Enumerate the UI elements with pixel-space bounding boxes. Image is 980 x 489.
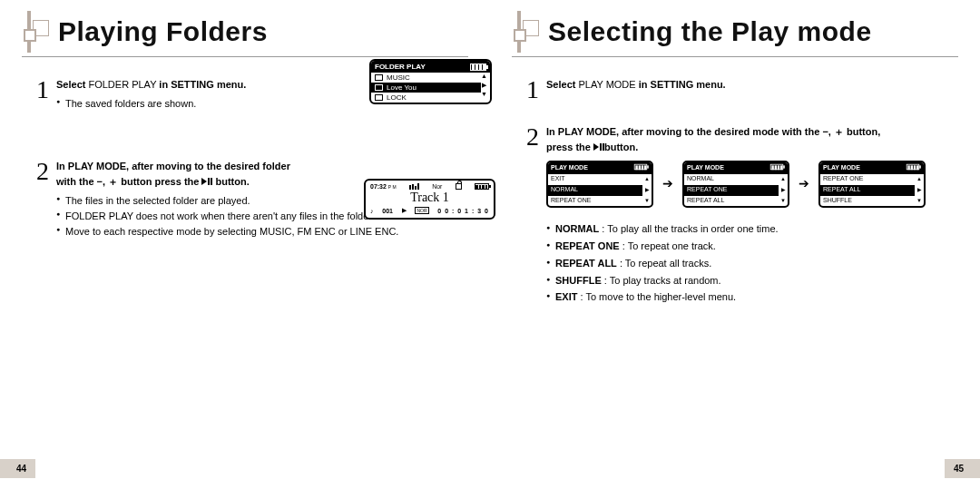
step-number: 2 [526,124,539,150]
clock: 07:32 [370,183,387,190]
arrow-right-icon: ➔ [662,174,673,194]
now-playing-screen: 07:32 P M Nor Track 1 ♪ 001 ▶ NOR 0 0 : … [364,179,495,220]
step1-lead: Select PLAY MODE in SETTING menu. [546,77,944,93]
elapsed-time: 0 0 : 0 1 : 3 0 [437,208,489,214]
page-left: Playing Folders 1 Select FOLDER PLAY in … [0,0,490,489]
list-item: NORMAL [684,174,779,185]
lead-rest: FOLDER PLAY [85,79,159,90]
lead-rest: PLAY MODE [575,79,638,90]
page-number: 44 [0,459,35,478]
desc-item: EXIT : To move to the higher-level menu. [546,289,944,306]
lead-pre: In PLAY MODE, after moving to the desire… [546,126,822,137]
list-item: SHUFFLE [820,196,915,207]
desc-item: REPEAT ONE : To repeat one track. [546,238,944,255]
mode-badge: NOR [415,207,428,214]
battery-icon [634,164,647,170]
lead-mid: button press the [118,176,201,187]
lead-tail: in SETTING menu. [639,79,726,90]
mode-descriptions: NORMAL : To play all the tracks in order… [546,220,944,305]
play-mode-screen: PLAY MODE EXIT NORMAL REPEAT ONE ▲▶▼ [546,161,653,208]
page-number: 45 [945,459,980,478]
play-pause-icon [593,143,604,151]
track-title: Track 1 [370,191,489,205]
folder-row-selected: Love You [371,83,481,93]
scroll-arrows-icon: ▲▶▼ [642,174,652,207]
play-pause-icon [201,178,212,185]
lead-post: button. [212,176,249,187]
bullet: Move to each respective mode by selectin… [56,224,454,240]
desc-item: NORMAL : To play all the tracks in order… [546,220,944,238]
list-item: REPEAT ALL [684,196,779,207]
step-number: 1 [526,77,539,103]
heading-row: Playing Folders [0,0,490,53]
lead-post: button, [844,126,880,137]
lead-line1: In PLAY MODE, after moving to the desire… [56,161,290,171]
folder-icon [375,94,383,101]
desc-item: SHUFFLE : To play tracks at random. [546,272,944,289]
ampm: P M [388,184,397,190]
step2-lead: In PLAY MODE, after moving to the desire… [546,124,944,155]
lead-bold: Select [546,79,575,90]
lead-bold: Select [56,79,85,90]
scroll-arrows-icon: ▲▶▼ [481,73,490,103]
plus-icon: ＋ [834,126,844,137]
play-mode-screens: PLAY MODE EXIT NORMAL REPEAT ONE ▲▶▼ ➔ [546,161,944,208]
scroll-arrows-icon: ▲▶▼ [915,174,924,207]
step-2: 2 In PLAY MODE, after moving to the desi… [526,124,944,306]
lock-icon [456,183,462,190]
list-item-selected: NORMAL [548,185,642,196]
lead-b-post: button. [604,142,638,152]
lcd-title: PLAY MODE [551,163,588,173]
desc-item: REPEAT ALL : To repeat all tracks. [546,255,944,272]
battery-icon [475,183,489,190]
plus-icon: ＋ [108,176,118,187]
folder-play-screen: FOLDER PLAY MUSIC Love You LOCK ▲▶▼ [369,59,492,104]
step-number: 1 [36,77,49,103]
folder-row: MUSIC [371,73,481,83]
folder-icon [375,84,383,91]
battery-icon [906,164,919,170]
page-title: Playing Folders [58,16,268,47]
scroll-arrows-icon: ▲▶▼ [779,174,788,207]
manual-spread: Playing Folders 1 Select FOLDER PLAY in … [0,0,980,489]
page-right: Selecting the Play mode 1 Select PLAY MO… [490,0,980,489]
lead-b-pre: press the [546,142,593,152]
play-mode-screen: PLAY MODE NORMAL REPEAT ONE REPEAT ALL ▲… [682,161,789,208]
page-title: Selecting the Play mode [548,16,872,47]
battery-icon [770,164,783,170]
folder-icon [375,74,383,81]
list-item: REPEAT ONE [820,174,915,185]
lead-pre: with the [56,176,97,187]
arrow-right-icon: ➔ [799,174,809,194]
eq-label: Nor [432,183,442,190]
lead-tail: in SETTING menu. [159,79,246,90]
heading-ornament-icon [18,11,51,53]
battery-icon [470,64,486,71]
list-item-selected: REPEAT ONE [684,185,779,196]
step-number: 2 [36,159,49,184]
heading-row: Selecting the Play mode [490,0,980,53]
lcd-title: PLAY MODE [687,163,724,173]
equalizer-icon [409,183,419,190]
note-icon: ♪ [370,208,374,214]
list-item: EXIT [548,174,642,185]
lcd-title: FOLDER PLAY [375,63,426,71]
list-item-selected: REPEAT ALL [820,185,915,196]
heading-ornament-icon [508,11,541,53]
lcd-title: PLAY MODE [823,163,860,173]
folder-row: LOCK [371,93,481,103]
list-item: REPEAT ONE [548,196,642,207]
play-icon: ▶ [402,207,407,214]
play-mode-screen: PLAY MODE REPEAT ONE REPEAT ALL SHUFFLE … [818,161,926,208]
step-1: 1 Select PLAY MODE in SETTING menu. [526,77,944,103]
track-index: 001 [382,208,393,214]
